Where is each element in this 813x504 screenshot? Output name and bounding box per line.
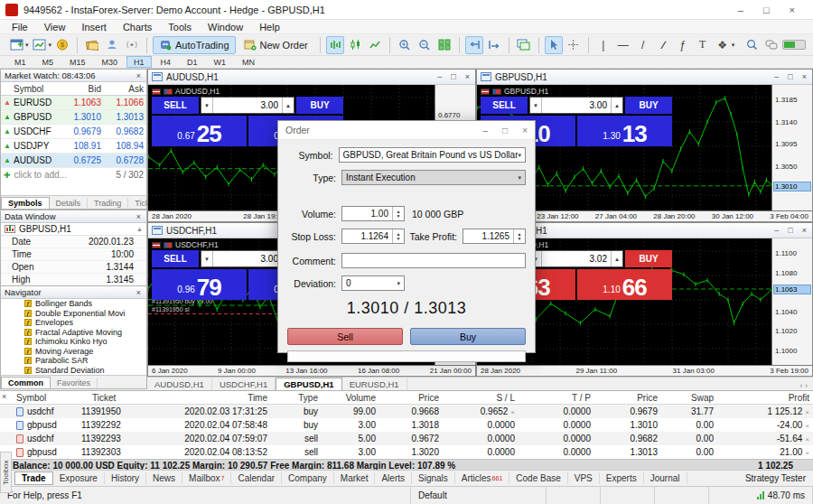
menu-tools[interactable]: Tools: [160, 22, 200, 33]
deviation-select[interactable]: 0 ▾: [341, 275, 405, 291]
volume-input[interactable]: 1.00 ▲▼: [341, 206, 405, 221]
close-position-icon[interactable]: ×: [805, 408, 809, 416]
chart-close-button[interactable]: ×: [802, 226, 807, 235]
profiles-dropdown-icon[interactable]: ▾: [49, 42, 52, 49]
position-row-11392293[interactable]: usdchf113922932020.02.04 07:59:07sell5.0…: [0, 432, 813, 445]
timeframe-m30[interactable]: M30: [95, 56, 126, 68]
autotrading-button[interactable]: AutoTrading: [153, 36, 236, 54]
chart-close-button[interactable]: ×: [802, 72, 807, 81]
menu-charts[interactable]: Charts: [115, 22, 160, 33]
one-click-buy-button[interactable]: BUY: [625, 97, 672, 114]
remove-sl-icon[interactable]: ×: [510, 408, 515, 416]
toolbox-tab-history[interactable]: History: [105, 472, 146, 484]
chat-icon[interactable]: [762, 36, 780, 54]
chart-maximize-button[interactable]: □: [788, 72, 792, 81]
data-window-close-icon[interactable]: ×: [135, 212, 143, 221]
spinner-buttons[interactable]: ▲▼: [513, 229, 525, 243]
position-row-11392292[interactable]: gbpusd113922922020.02.04 07:58:48buy3.00…: [0, 418, 813, 432]
new-chart-dropdown-icon[interactable]: ▾: [25, 42, 29, 49]
toolbox-tab-mailbox[interactable]: Mailbox7: [182, 472, 231, 484]
one-click-volume-input[interactable]: ▼3.00▲: [201, 97, 294, 114]
toolbox-tab-calendar[interactable]: Calendar: [231, 472, 282, 484]
menu-insert[interactable]: Insert: [73, 22, 115, 33]
chart-maximize-button[interactable]: □: [451, 72, 455, 81]
comment-input[interactable]: [341, 253, 526, 268]
toolbox-vertical-tab[interactable]: Toolbox: [0, 452, 12, 493]
timeframe-w1[interactable]: W1: [207, 56, 234, 68]
bar-chart-mode-icon[interactable]: [326, 36, 344, 54]
menu-help[interactable]: Help: [251, 22, 288, 33]
sell-button[interactable]: Sell: [287, 328, 403, 345]
navigator-item[interactable]: fEnvelopes: [1, 318, 146, 328]
toolbox-tab-signals[interactable]: Signals: [412, 472, 455, 484]
chart-tab-eurusd[interactable]: EURUSD,H1: [342, 378, 407, 390]
strategy-tester-label[interactable]: Strategy Tester: [745, 473, 813, 483]
position-row-11391950[interactable]: usdchf113919502020.02.03 17:31:25buy99.0…: [0, 405, 813, 418]
volume-increase-icon[interactable]: ▲: [282, 98, 294, 113]
status-profile[interactable]: Default: [411, 487, 547, 504]
navigator-tab-common[interactable]: Common: [1, 377, 51, 388]
sell-price-display[interactable]: 0.9679: [152, 269, 247, 300]
chart-minimize-button[interactable]: –: [774, 226, 779, 235]
zoom-out-icon[interactable]: [416, 36, 434, 54]
channel-tool-icon[interactable]: ∕∕: [654, 36, 672, 54]
dialog-maximize-button[interactable]: □: [502, 126, 508, 135]
crosshair-tool-icon[interactable]: [565, 36, 583, 54]
timeframe-m15[interactable]: M15: [62, 56, 93, 68]
history-center-icon[interactable]: $: [53, 36, 71, 54]
trendline-tool-icon[interactable]: /: [634, 36, 652, 54]
scroll-up-icon[interactable]: ▲: [136, 226, 143, 232]
dialog-close-button[interactable]: ×: [522, 126, 528, 135]
navigator-item[interactable]: fStandard Deviation: [1, 366, 146, 376]
close-button[interactable]: ×: [790, 1, 795, 19]
buy-price-display[interactable]: 1.1066: [577, 269, 672, 300]
search-icon[interactable]: [743, 36, 761, 54]
take-profit-input[interactable]: 1.1265 ▲▼: [463, 229, 526, 244]
close-position-icon[interactable]: ×: [805, 449, 809, 457]
chart-minimize-button[interactable]: –: [437, 72, 442, 81]
market-watch-row-audusd[interactable]: ▲AUDUSD0.67250.6728: [1, 154, 146, 168]
line-chart-mode-icon[interactable]: [366, 36, 384, 54]
indicators-window-icon[interactable]: [515, 36, 533, 54]
one-click-volume-input[interactable]: ▼3.02▲: [529, 250, 623, 267]
navigator-header[interactable]: Navigator ×: [1, 286, 146, 299]
buy-button[interactable]: Buy: [410, 328, 526, 345]
navigator-item[interactable]: fDouble Exponential Movi: [1, 309, 146, 319]
market-watch-header[interactable]: Market Watch: 08:43:06 ×: [1, 70, 146, 82]
buy-price-display[interactable]: 1.3013: [577, 116, 672, 146]
chart-window-titlebar[interactable]: GBPUSD,H1–□×: [477, 70, 812, 85]
market-watch-tab-symbols[interactable]: Symbols: [1, 197, 50, 209]
toolbox-tab-alerts[interactable]: Alerts: [375, 472, 412, 484]
menu-view[interactable]: View: [36, 22, 74, 33]
chart-minimize-button[interactable]: –: [774, 72, 779, 81]
navigator-item[interactable]: fFractal Adaptive Moving: [1, 328, 146, 338]
volume-decrease-icon[interactable]: ▼: [201, 98, 213, 113]
fibonacci-tool-icon[interactable]: ƒ: [674, 36, 692, 54]
volume-increase-icon[interactable]: ▲: [611, 251, 622, 266]
navigator-item[interactable]: fBollinger Bands: [1, 299, 146, 309]
order-dialog-titlebar[interactable]: Order – □ ×: [278, 121, 535, 140]
one-click-buy-button[interactable]: BUY: [296, 97, 343, 114]
shapes-dropdown-icon[interactable]: ▾: [732, 42, 735, 49]
shapes-tool-icon[interactable]: ❖: [714, 36, 732, 54]
timeframe-h1[interactable]: H1: [126, 56, 152, 68]
symbol-select[interactable]: GBPUSD, Great Britain Pound vs US Dollar…: [339, 147, 526, 163]
close-position-icon[interactable]: ×: [805, 422, 809, 430]
chart-maximize-button[interactable]: □: [788, 226, 792, 235]
timeframe-m5[interactable]: M5: [35, 56, 61, 68]
toolbox-tab-experts[interactable]: Experts: [600, 472, 644, 484]
data-window-header[interactable]: Data Window ×: [1, 210, 146, 223]
type-select[interactable]: Instant Execution ▾: [341, 170, 526, 185]
navigator-item[interactable]: fParabolic SAR: [1, 356, 146, 366]
one-click-sell-button[interactable]: SELL: [152, 97, 199, 114]
timeframe-h4[interactable]: H4: [154, 56, 179, 68]
toolbox-tab-journal[interactable]: Journal: [644, 472, 687, 484]
market-watch-tab-trading[interactable]: Trading: [88, 198, 128, 209]
candlestick-mode-icon[interactable]: [346, 36, 364, 54]
toolbox-tab-trade[interactable]: Trade: [14, 471, 53, 485]
search-community-icon[interactable]: [103, 36, 121, 54]
timeframe-m1[interactable]: M1: [7, 56, 33, 68]
price-scale[interactable]: 1.11001.10801.10401.10201.10001.1063: [772, 238, 812, 365]
text-tool-icon[interactable]: T: [694, 36, 712, 54]
volume-increase-icon[interactable]: ▲: [611, 98, 622, 113]
